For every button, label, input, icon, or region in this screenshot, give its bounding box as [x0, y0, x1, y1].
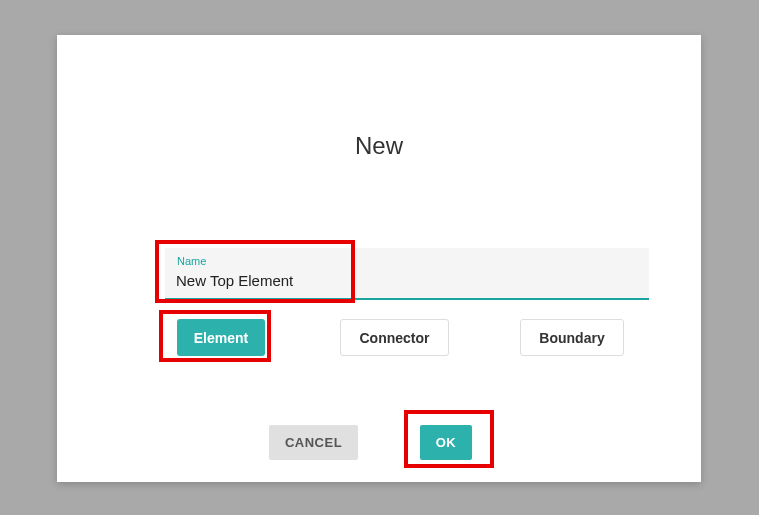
type-selector-row: Element Connector Boundary	[177, 319, 657, 359]
cancel-button[interactable]: CANCEL	[269, 425, 358, 460]
name-input[interactable]	[176, 272, 636, 289]
type-connector-button[interactable]: Connector	[340, 319, 449, 356]
new-dialog: New Name Element Connector Boundary CANC…	[57, 35, 701, 482]
name-input-wrap[interactable]: Name	[165, 248, 649, 300]
type-boundary-button[interactable]: Boundary	[520, 319, 624, 356]
type-element-button[interactable]: Element	[177, 319, 265, 356]
ok-button[interactable]: OK	[420, 425, 472, 460]
dialog-title: New	[57, 132, 701, 160]
action-row: CANCEL OK	[57, 425, 701, 465]
name-label: Name	[177, 255, 206, 267]
